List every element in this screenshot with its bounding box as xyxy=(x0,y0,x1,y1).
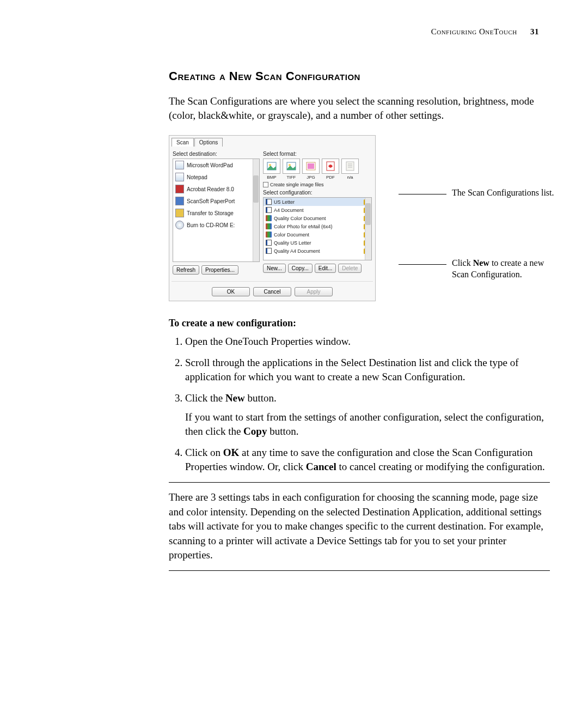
acrobat-icon xyxy=(175,185,184,193)
scrollbar[interactable] xyxy=(365,198,371,260)
section-title: Creating a New Scan Configuration xyxy=(169,69,550,83)
list-item[interactable]: US Letter xyxy=(264,198,371,206)
page-header: Configuring OneTouch 31 xyxy=(49,27,539,36)
format-na[interactable] xyxy=(341,159,359,174)
format-jpg[interactable] xyxy=(302,159,320,174)
list-item[interactable]: Quality A4 Document xyxy=(264,247,371,255)
list-item[interactable]: Burn to CD-ROM E: xyxy=(173,219,259,231)
list-item[interactable]: Quality US Letter xyxy=(264,239,371,247)
page-number: 31 xyxy=(530,27,539,36)
refresh-button[interactable]: Refresh xyxy=(173,265,199,275)
apply-button[interactable]: Apply xyxy=(295,287,333,296)
step-2: Scroll through the applications in the S… xyxy=(185,356,550,385)
format-tiff[interactable] xyxy=(283,159,300,174)
label-destination: Select destination: xyxy=(173,151,260,157)
configuration-list[interactable]: US Letter A4 Document Quality Color Docu… xyxy=(263,197,372,260)
list-item[interactable]: Quality Color Document xyxy=(264,214,371,222)
single-image-label: Create single image files xyxy=(270,182,324,187)
edit-button[interactable]: Edit... xyxy=(315,264,336,273)
page-icon xyxy=(266,248,272,254)
color-icon xyxy=(266,223,272,229)
format-pdf[interactable] xyxy=(322,159,339,174)
label-configuration: Select configuration: xyxy=(263,190,372,196)
storage-icon xyxy=(175,209,184,217)
notepad-icon xyxy=(175,173,184,181)
scrollbar[interactable] xyxy=(253,159,259,261)
divider xyxy=(169,570,550,571)
callout-line xyxy=(399,264,446,265)
tab-options[interactable]: Options xyxy=(194,138,223,147)
cd-icon xyxy=(175,221,184,229)
list-item[interactable]: Notepad xyxy=(173,171,259,183)
ok-button[interactable]: OK xyxy=(212,287,250,296)
svg-point-3 xyxy=(289,164,291,166)
running-head: Configuring OneTouch xyxy=(431,27,517,36)
svg-rect-5 xyxy=(308,163,314,169)
copy-button[interactable]: Copy... xyxy=(288,264,313,273)
callout-new-button: Click New to create a new Scan Configura… xyxy=(452,258,561,281)
list-item[interactable]: A4 Document xyxy=(264,206,371,214)
color-icon xyxy=(266,215,272,221)
format-label: n/a xyxy=(341,175,359,180)
label-format: Select format: xyxy=(263,151,372,157)
delete-button[interactable]: Delete xyxy=(338,264,362,273)
step-3: Click the New button. If you want to sta… xyxy=(185,391,550,439)
properties-button[interactable]: Properties... xyxy=(201,265,238,275)
intro-paragraph: The Scan Configurations are where you se… xyxy=(169,94,550,122)
callout-config-list: The Scan Configurations list. xyxy=(452,187,561,199)
subheading: To create a new configuration: xyxy=(169,318,550,329)
destination-list[interactable]: Microsoft WordPad Notepad Acrobat Reader… xyxy=(173,159,260,262)
paperport-icon xyxy=(175,197,184,205)
format-label: BMP xyxy=(263,175,280,180)
new-button[interactable]: New... xyxy=(263,264,286,273)
closing-paragraph: There are 3 settings tabs in each config… xyxy=(169,490,550,563)
single-image-checkbox[interactable] xyxy=(263,182,268,187)
callout-line xyxy=(399,194,446,194)
format-bmp[interactable] xyxy=(263,159,280,174)
step-4: Click on OK at any time to save the conf… xyxy=(185,446,550,474)
page-icon xyxy=(266,240,272,246)
steps-list: Open the OneTouch Properties window. Scr… xyxy=(169,334,550,474)
color-icon xyxy=(266,232,272,238)
onetouch-dialog: Scan Options Select destination: Microso… xyxy=(169,135,376,301)
wordpad-icon xyxy=(175,161,184,169)
list-item[interactable]: Color Document xyxy=(264,230,371,239)
tab-scan[interactable]: Scan xyxy=(171,138,194,147)
page-icon xyxy=(266,199,272,205)
svg-rect-7 xyxy=(346,162,354,171)
divider xyxy=(169,482,550,483)
list-item[interactable]: Transfer to Storage xyxy=(173,207,259,219)
page-icon xyxy=(266,207,272,213)
format-label: JPG xyxy=(302,175,320,180)
list-item[interactable]: Acrobat Reader 8.0 xyxy=(173,183,259,195)
format-label: TIFF xyxy=(283,175,300,180)
cancel-button[interactable]: Cancel xyxy=(253,287,291,296)
format-label: PDF xyxy=(322,175,339,180)
step-1: Open the OneTouch Properties window. xyxy=(185,334,550,349)
list-item[interactable]: Color Photo for eMail (6x4) xyxy=(264,222,371,230)
list-item[interactable]: ScanSoft PaperPort xyxy=(173,195,259,207)
list-item[interactable]: Microsoft WordPad xyxy=(173,159,259,171)
screenshot-figure: Scan Options Select destination: Microso… xyxy=(169,135,550,301)
